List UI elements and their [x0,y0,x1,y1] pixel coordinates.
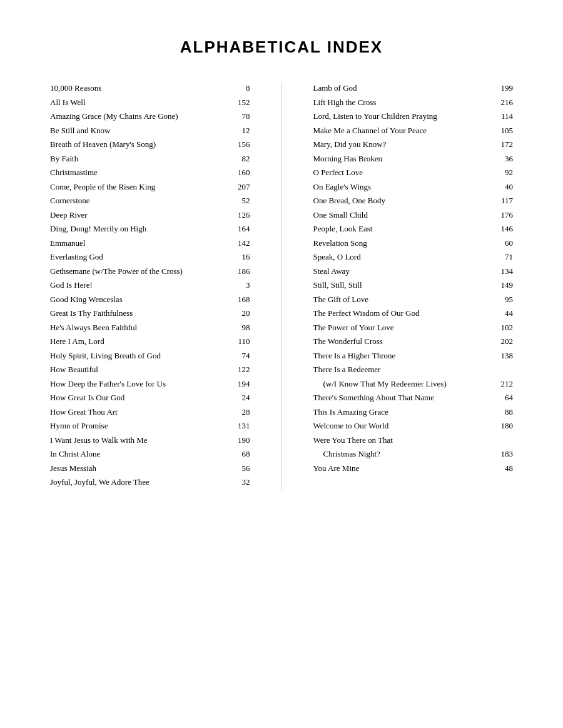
entry-page: 74 [231,350,250,362]
list-item: The Power of Your Love102 [313,321,514,334]
entry-page: 8 [231,82,250,94]
list-item: Gethsemane (w/The Power of the Cross)186 [50,265,250,278]
entry-page: 172 [494,138,513,151]
entry-title: I Want Jesus to Walk with Me [50,434,231,447]
list-item: How Great Thou Art28 [50,406,250,418]
list-item: Speak, O Lord71 [313,251,514,263]
entry-title: Amazing Grace (My Chains Are Gone) [50,110,231,123]
list-item: Ding, Dong! Merrily on High164 [50,223,250,235]
list-item: 10,000 Reasons8 [50,82,250,94]
entry-page: 149 [494,279,513,291]
entry-title: Joyful, Joyful, We Adore Thee [50,476,231,488]
entry-page: 28 [231,406,250,418]
entry-page: 180 [494,420,513,432]
list-item: There Is a Higher Throne138 [313,350,514,362]
entry-page: 110 [231,335,250,348]
list-item: Jesus Messiah56 [50,462,250,475]
entry-page: 88 [494,406,513,418]
entry-page: 202 [494,335,513,348]
entry-page: 64 [494,392,513,404]
entry-title: Good King Wenceslas [50,293,231,306]
list-item: He's Always Been Faithful98 [50,321,250,334]
entry-page: 122 [231,363,250,376]
list-item: Lift High the Cross216 [313,96,514,109]
entry-title: How Beautiful [50,363,231,376]
entry-page: 20 [231,307,250,320]
entry-page: 56 [231,462,250,475]
entry-page: 164 [231,223,250,235]
list-item: Hymn of Promise131 [50,420,250,432]
entry-title: Christmastime [50,166,231,179]
list-item: There Is a Redeemer [313,363,514,376]
entry-title: How Deep the Father's Love for Us [50,378,231,390]
entry-page: 160 [231,166,250,179]
list-item: How Great Is Our God24 [50,392,250,404]
list-item: Joyful, Joyful, We Adore Thee32 [50,476,250,488]
entry-page: 199 [494,82,513,94]
list-item: The Gift of Love95 [313,293,514,306]
entry-page: 168 [231,293,250,306]
entry-title: Welcome to Our World [313,420,495,432]
entry-title: Here I Am, Lord [50,335,231,348]
entry-title: Breath of Heaven (Mary's Song) [50,138,231,151]
list-item: (w/I Know That My Redeemer Lives)212 [313,378,514,390]
entry-title: Deep River [50,209,231,221]
entry-page: 95 [494,293,513,306]
entry-page: 24 [231,392,250,404]
entry-title: Gethsemane (w/The Power of the Cross) [50,265,231,278]
list-item: Were You There on That [313,434,514,447]
list-item: Christmastime160 [50,166,250,179]
list-item: Make Me a Channel of Your Peace105 [313,124,514,137]
entry-title: This Is Amazing Grace [313,406,495,418]
entry-page: 212 [494,378,513,390]
entry-page: 3 [231,279,250,291]
entry-title: Revelation Song [313,237,495,250]
list-item: One Bread, One Body117 [313,195,514,207]
list-item: Lamb of God199 [313,82,514,94]
entry-page: 32 [231,476,250,488]
entry-page: 40 [494,181,513,193]
list-item: Cornerstone52 [50,195,250,207]
entry-title: The Power of Your Love [313,321,495,334]
entry-page: 82 [231,153,250,165]
entry-title: Be Still and Know [50,124,231,137]
list-item: O Perfect Love92 [313,166,514,179]
entry-title: Were You There on That [313,434,495,447]
list-item: Holy Spirit, Living Breath of God74 [50,350,250,362]
entry-page: 68 [231,448,250,460]
entry-title: You Are Mine [313,462,495,475]
entry-page: 117 [494,195,513,207]
right-column: Lamb of God199Lift High the Cross216Lord… [313,82,514,490]
entry-title: On Eagle's Wings [313,181,495,193]
entry-page: 134 [494,265,513,278]
list-item: I Want Jesus to Walk with Me190 [50,434,250,447]
list-item: People, Look East146 [313,223,514,235]
list-item: The Perfect Wisdom of Our God44 [313,307,514,320]
list-item: Lord, Listen to Your Children Praying114 [313,110,514,123]
entry-page: 183 [494,448,513,460]
entry-page: 207 [231,181,250,193]
entry-title: In Christ Alone [50,448,231,460]
list-item: Morning Has Broken36 [313,153,514,165]
entry-title: Great Is Thy Faithfulness [50,307,231,320]
entry-page: 186 [231,265,250,278]
list-item: Mary, Did you Know?172 [313,138,514,151]
entry-page: 52 [231,195,250,207]
list-item: Here I Am, Lord110 [50,335,250,348]
entry-title: Speak, O Lord [313,251,495,263]
left-column: 10,000 Reasons8All Is Well152Amazing Gra… [50,82,250,490]
entry-title: Come, People of the Risen King [50,181,231,193]
entry-page: 92 [494,166,513,179]
list-item: How Deep the Father's Love for Us194 [50,378,250,390]
entry-title: Everlasting God [50,251,231,263]
list-item: Amazing Grace (My Chains Are Gone)78 [50,110,250,123]
list-item: Welcome to Our World180 [313,420,514,432]
entry-page: 48 [494,462,513,475]
list-item: You Are Mine48 [313,462,514,475]
list-item: Steal Away134 [313,265,514,278]
entry-page: 138 [494,350,513,362]
list-item: Be Still and Know12 [50,124,250,137]
list-item: Deep River126 [50,209,250,221]
entry-page: 190 [231,434,250,447]
entry-title: Cornerstone [50,195,231,207]
